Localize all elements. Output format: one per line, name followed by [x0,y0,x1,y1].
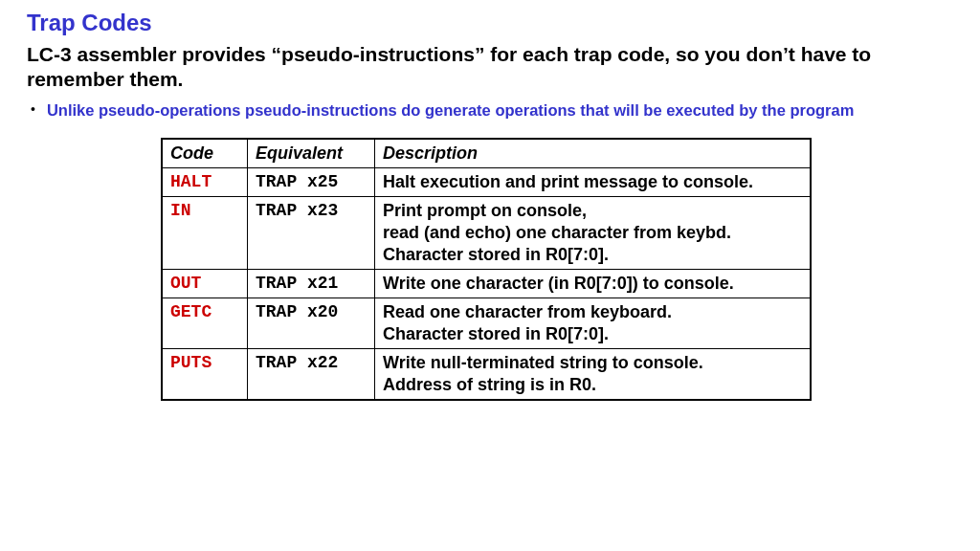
header-code: Code [162,139,248,168]
cell-desc: Read one character from keyboard. Charac… [375,298,812,349]
header-desc: Description [375,139,812,168]
cell-equiv: TRAP x20 [248,298,375,349]
cell-code: IN [162,197,248,270]
cell-code: OUT [162,270,248,298]
cell-equiv: TRAP x25 [248,167,375,196]
cell-code: PUTS [162,349,248,401]
table-row: PUTS TRAP x22 Write null-terminated stri… [162,349,811,401]
table-row: OUT TRAP x21 Write one character (in R0[… [162,270,811,298]
cell-desc: Write null-terminated string to console.… [375,349,812,401]
header-equiv: Equivalent [248,139,375,168]
bullet-icon: • [31,100,35,120]
page-title: Trap Codes [27,10,953,36]
cell-equiv: TRAP x23 [248,197,375,270]
trap-codes-table: Code Equivalent Description HALT TRAP x2… [161,138,812,401]
table-row: GETC TRAP x20 Read one character from ke… [162,298,811,349]
table-row: IN TRAP x23 Print prompt on console, rea… [162,197,811,270]
cell-equiv: TRAP x22 [248,349,375,401]
cell-equiv: TRAP x21 [248,270,375,298]
table-header-row: Code Equivalent Description [162,139,811,168]
bullet-item: • Unlike pseudo-operations pseudo-instru… [31,100,953,121]
cell-code: HALT [162,167,248,196]
cell-desc: Halt execution and print message to cons… [375,167,812,196]
page-subtitle: LC-3 assembler provides “pseudo-instruct… [27,42,953,93]
table-row: HALT TRAP x25 Halt execution and print m… [162,167,811,196]
cell-desc: Print prompt on console, read (and echo)… [375,197,812,270]
cell-code: GETC [162,298,248,349]
bullet-text: Unlike pseudo-operations pseudo-instruct… [47,100,854,121]
trap-table-container: Code Equivalent Description HALT TRAP x2… [161,138,953,401]
cell-desc: Write one character (in R0[7:0]) to cons… [375,270,812,298]
